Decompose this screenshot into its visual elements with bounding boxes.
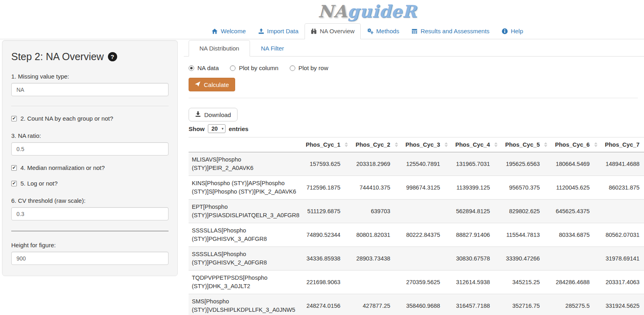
column-header-label: Phos_Cyc_4 [455, 141, 490, 148]
table-header-row: Phos_Cyc_1 Phos_Cyc_2 Phos_Cyc_3 Phos_Cy… [189, 137, 644, 152]
row-name-cell: TQDPVPPETPSDS[Phospho (STY)]DHK_3_A0JLT2 [189, 271, 303, 294]
nav-tab-label: NA Overview [320, 27, 355, 35]
value-cell: 712596.1875 [303, 176, 352, 200]
table-row: EPT[Phospho (STY)]PSIASDISLPIATQELR_3_A0… [189, 200, 644, 223]
cv-threshold-input[interactable] [11, 207, 169, 220]
logo-wrap: NAguideR [0, 2, 644, 21]
sort-icon[interactable] [345, 142, 348, 147]
column-header-label: Phos_Cyc_3 [406, 141, 440, 148]
nav-tab-help[interactable]: Help [496, 23, 529, 39]
radio-plot-by-row[interactable]: Plot by row [290, 65, 328, 71]
value-cell: 203317.4063 [602, 271, 644, 294]
sort-icon[interactable] [544, 142, 547, 147]
tab-na-distribution[interactable]: NA Distribution [189, 40, 250, 57]
missing-type-label: 1. Missing value type: [11, 73, 169, 80]
divider [189, 98, 638, 98]
value-cell: 270359.5625 [402, 271, 452, 294]
value-cell: 562894.8125 [452, 200, 502, 223]
value-cell: 195625.6563 [502, 152, 552, 176]
column-header[interactable]: Phos_Cyc_7 [602, 137, 644, 152]
subtab-label: NA Distribution [199, 45, 239, 52]
value-cell [402, 247, 452, 271]
main-navbar: Welcome Import Data NA Overview Methods … [0, 24, 644, 39]
column-header[interactable]: Phos_Cyc_1 [303, 137, 352, 152]
table-row: MLISAVS[Phospho (STY)]PEIR_2_A0AVK6 1575… [189, 152, 644, 176]
paper-plane-icon [195, 81, 201, 88]
checkbox-checked-icon[interactable]: ✔ [11, 116, 17, 121]
nav-tab-na-overview[interactable]: NA Overview [305, 23, 361, 39]
entries-label: entries [229, 125, 248, 132]
count-group-checkbox-row[interactable]: ✔ 2. Count NA by each group or not? [11, 115, 169, 122]
value-cell: 131965.7031 [452, 152, 502, 176]
sort-icon[interactable] [494, 142, 498, 147]
show-label: Show [189, 125, 205, 132]
radio-label: NA data [197, 65, 219, 71]
nav-tab-methods[interactable]: Methods [361, 23, 406, 39]
log-checkbox-row[interactable]: ✔ 5. Log or not? [11, 180, 169, 187]
value-cell: 148941.4688 [602, 152, 644, 176]
value-cell: 427877.25 [352, 294, 402, 315]
divider [11, 231, 169, 231]
value-cell: 284286.4688 [552, 271, 601, 294]
page-length-select[interactable]: 20 [208, 124, 226, 133]
home-icon [211, 28, 218, 34]
median-norm-label: 4. Median normalization or not? [20, 164, 105, 171]
cv-threshold-label: 6. CV threshold (raw scale): [11, 197, 169, 204]
sort-icon[interactable] [594, 142, 597, 147]
radio-unselected-icon[interactable] [290, 65, 295, 71]
tab-na-filter[interactable]: NA Filter [250, 40, 295, 57]
column-header[interactable]: Phos_Cyc_3 [402, 137, 452, 152]
logo-part-guider: guideR [347, 2, 417, 21]
main-content: NA Distribution NA Filter NA data Plot b… [184, 40, 644, 315]
value-cell: 80334.6875 [552, 223, 601, 247]
checkbox-checked-icon[interactable]: ✔ [11, 181, 17, 186]
table-icon [411, 28, 418, 34]
radio-plot-by-column[interactable]: Plot by column [230, 65, 278, 71]
checkbox-checked-icon[interactable]: ✔ [11, 165, 17, 171]
plot-type-radio-group: NA data Plot by column Plot by row [189, 65, 638, 71]
median-norm-checkbox-row[interactable]: ✔ 4. Median normalization or not? [11, 164, 169, 171]
na-ratio-input[interactable] [11, 142, 169, 155]
radio-unselected-icon[interactable] [230, 65, 236, 71]
value-cell: 639703 [352, 200, 402, 223]
nav-tab-import-data[interactable]: Import Data [252, 23, 305, 39]
value-cell: 345215.25 [502, 271, 552, 294]
column-header[interactable]: Phos_Cyc_2 [352, 137, 402, 152]
page-length-control: Show 20 ▾ entries [189, 124, 638, 133]
missing-type-input[interactable] [11, 83, 169, 96]
value-cell: 331924.5625 [602, 294, 644, 315]
sort-icon[interactable] [395, 142, 398, 147]
download-button-label: Download [204, 111, 231, 118]
column-header-label: Phos_Cyc_7 [605, 141, 640, 148]
value-cell: 312614.5938 [452, 271, 502, 294]
calculate-button[interactable]: Calculate [189, 78, 235, 91]
app-header: NAguideR [0, 0, 644, 24]
value-cell: 203318.2969 [352, 152, 402, 176]
value-cell: 998674.3125 [402, 176, 452, 200]
column-header[interactable]: Phos_Cyc_5 [502, 137, 552, 152]
radio-selected-icon[interactable] [189, 65, 194, 71]
row-name-cell: KINS[Phospho (STY)]APS[Phospho (STY)]S[P… [189, 176, 303, 200]
radio-na-data[interactable]: NA data [189, 65, 219, 71]
column-header[interactable]: Phos_Cyc_6 [552, 137, 601, 152]
sort-icon[interactable] [445, 142, 448, 147]
question-circle-icon[interactable]: ? [108, 52, 117, 61]
value-cell: 125540.7891 [402, 152, 452, 176]
value-cell: 645625.4375 [552, 200, 601, 223]
nav-tab-label: Methods [376, 27, 400, 35]
download-button[interactable]: Download [189, 108, 238, 121]
value-cell [602, 200, 644, 223]
value-cell: 221698.9063 [303, 271, 352, 294]
value-cell: 1120045.625 [552, 176, 601, 200]
figure-height-input[interactable] [11, 252, 169, 265]
column-header[interactable]: Phos_Cyc_4 [452, 137, 502, 152]
nav-tab-label: Welcome [221, 27, 246, 35]
nav-tab-welcome[interactable]: Welcome [205, 23, 252, 39]
value-cell: 88827.91406 [452, 223, 502, 247]
nav-tab-label: Import Data [267, 27, 299, 35]
table-row: SMS[Phospho (STY)]VDLSHIPLKDPLLFK_3_A0JN… [189, 294, 644, 315]
info-icon [502, 28, 508, 34]
value-cell: 248274.0156 [303, 294, 352, 315]
column-header-label: Phos_Cyc_1 [306, 141, 340, 148]
nav-tab-results-assessments[interactable]: Results and Assessments [405, 23, 496, 39]
